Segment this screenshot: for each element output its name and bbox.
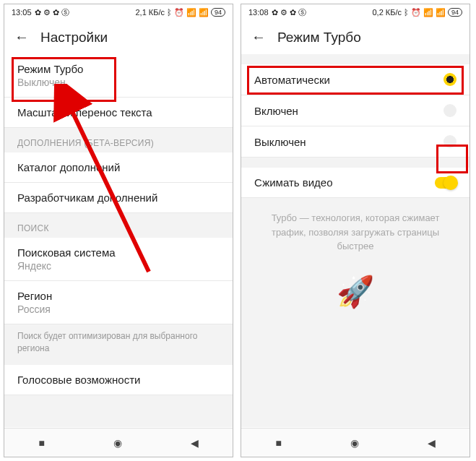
nav-bar: ■ ◉ ◀ — [4, 428, 233, 457]
page-title: Настройки — [40, 30, 108, 46]
turbo-options: Автоматически Включен Выключен Сжимать в… — [241, 54, 469, 427]
scale-item[interactable]: Масштаб и перенос текста — [4, 98, 233, 128]
wifi-icon: 📶 — [199, 8, 209, 17]
settings-list[interactable]: Режим Турбо Выключен Масштаб и перенос т… — [4, 54, 233, 427]
option-on[interactable]: Включен — [241, 95, 469, 126]
radio-icon — [443, 135, 456, 148]
phone-right: 13:08 ✿ ⚙ ✿ ⓢ 0,2 КБ/с ᛒ ⏰ 📶 📶 94 ← Режи… — [241, 4, 470, 457]
nav-home-icon[interactable]: ◉ — [113, 437, 122, 449]
region-note: Поиск будет оптимизирован для выбранного… — [4, 324, 233, 365]
turbo-title: Режим Турбо — [17, 63, 220, 75]
nav-bar: ■ ◉ ◀ — [241, 428, 469, 457]
engine-title: Поисковая система — [17, 246, 220, 259]
wifi-icon: 📶 — [436, 8, 446, 17]
nav-recent-icon[interactable]: ■ — [275, 437, 281, 449]
nav-back-icon[interactable]: ◀ — [428, 437, 436, 449]
back-icon[interactable]: ← — [251, 29, 266, 46]
status-time: 13:08 — [248, 8, 269, 17]
search-header: ПОИСК — [4, 213, 233, 238]
nav-recent-icon[interactable]: ■ — [38, 437, 44, 449]
status-speed: 2,1 КБ/с — [135, 8, 165, 17]
signal-icon: 📶 — [423, 8, 433, 17]
nav-back-icon[interactable]: ◀ — [191, 437, 199, 449]
region-title: Регион — [17, 290, 220, 302]
radio-selected-icon — [443, 73, 456, 86]
status-time: 13:05 — [12, 8, 32, 17]
status-icons: ✿ ⚙ ✿ ⓢ — [272, 7, 306, 18]
option-off-label: Выключен — [254, 136, 306, 148]
search-engine-item[interactable]: Поисковая система Яндекс — [4, 238, 233, 281]
option-on-label: Включен — [254, 105, 298, 117]
status-bar: 13:08 ✿ ⚙ ✿ ⓢ 0,2 КБ/с ᛒ ⏰ 📶 📶 94 — [241, 4, 469, 20]
voice-item[interactable]: Голосовые возможности — [4, 365, 233, 395]
toggle-on-icon[interactable] — [435, 177, 456, 189]
rocket-icon: 🚀 — [241, 267, 469, 309]
voice-title: Голосовые возможности — [17, 374, 220, 386]
radio-icon — [443, 104, 456, 117]
bluetooth-icon: ᛒ — [404, 8, 409, 17]
devs-item[interactable]: Разработчикам дополнений — [4, 183, 233, 213]
turbo-description: Турбо — технология, которая сжимает траф… — [241, 198, 469, 267]
option-auto[interactable]: Автоматически — [241, 64, 469, 95]
battery-icon: 94 — [211, 8, 225, 17]
compress-video-item[interactable]: Сжимать видео — [241, 168, 469, 198]
signal-icon: 📶 — [186, 8, 196, 17]
engine-value: Яндекс — [17, 260, 220, 272]
region-value: Россия — [17, 303, 220, 315]
phone-left: 13:05 ✿ ⚙ ✿ ⓢ 2,1 КБ/с ᛒ ⏰ 📶 📶 94 ← Наст… — [4, 4, 233, 457]
turbo-mode-item[interactable]: Режим Турбо Выключен — [4, 54, 233, 98]
header: ← Режим Турбо — [241, 20, 469, 54]
compress-label: Сжимать видео — [254, 176, 333, 189]
status-bar: 13:05 ✿ ⚙ ✿ ⓢ 2,1 КБ/с ᛒ ⏰ 📶 📶 94 — [4, 4, 233, 20]
option-off[interactable]: Выключен — [241, 126, 469, 158]
nav-home-icon[interactable]: ◉ — [350, 437, 359, 449]
header: ← Настройки — [4, 20, 233, 54]
status-speed: 0,2 КБ/с — [372, 8, 402, 17]
option-auto-label: Автоматически — [254, 74, 330, 86]
catalog-item[interactable]: Каталог дополнений — [4, 152, 233, 183]
back-icon[interactable]: ← — [14, 29, 29, 46]
battery-icon: 94 — [448, 8, 462, 17]
scale-title: Масштаб и перенос текста — [17, 106, 220, 119]
bluetooth-icon: ᛒ — [167, 8, 172, 17]
status-icons: ✿ ⚙ ✿ ⓢ — [35, 7, 69, 18]
alarm-icon: ⏰ — [411, 8, 421, 17]
page-title: Режим Турбо — [277, 30, 361, 46]
region-item[interactable]: Регион Россия — [4, 281, 233, 324]
extensions-header: ДОПОЛНЕНИЯ (БЕТА-ВЕРСИЯ) — [4, 128, 233, 152]
catalog-title: Каталог дополнений — [17, 161, 220, 173]
alarm-icon: ⏰ — [174, 8, 184, 17]
devs-title: Разработчикам дополнений — [17, 191, 220, 204]
turbo-status: Выключен — [17, 77, 220, 88]
